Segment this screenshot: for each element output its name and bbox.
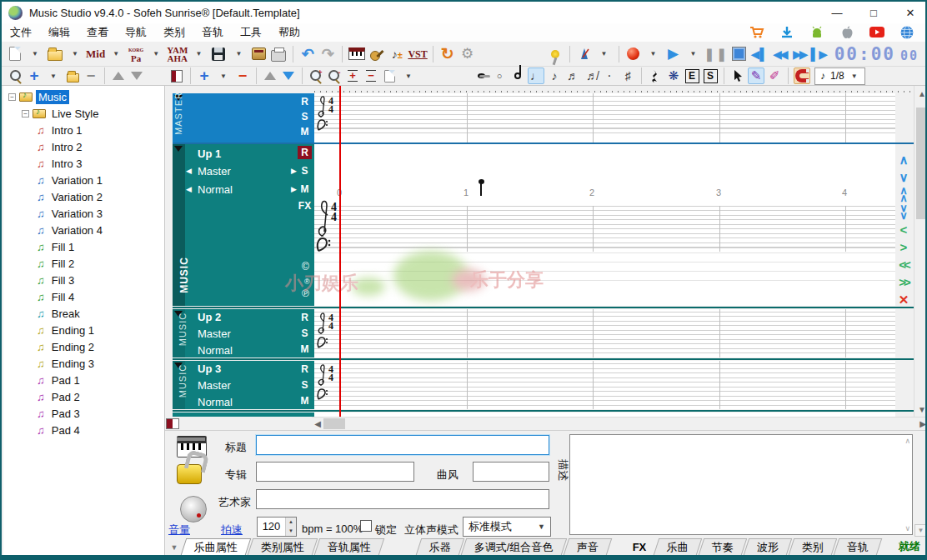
track-bus[interactable]: ◀Master▶	[198, 165, 231, 178]
tab-track-properties[interactable]: 音轨属性	[314, 538, 384, 555]
menu-category[interactable]: 类别	[155, 23, 193, 42]
guitar-button[interactable]	[368, 44, 386, 64]
add-category-button[interactable]: +	[26, 68, 43, 84]
shop-cart-icon[interactable]	[749, 25, 765, 40]
stop-button[interactable]	[730, 44, 749, 64]
delete-button[interactable]: ✕	[899, 292, 909, 309]
whole-note-button[interactable]: ○	[491, 68, 508, 84]
master-staff-lane[interactable]: 44	[314, 93, 895, 142]
scroll-left-arrow[interactable]: ◀	[312, 418, 323, 430]
scroll-down-arrow[interactable]: ▼	[914, 402, 927, 417]
view-options-button[interactable]	[381, 68, 398, 84]
description-textarea[interactable]: ∧ ∨	[569, 434, 913, 535]
thirtysecond-note-button[interactable]: ♬̸	[583, 68, 599, 84]
apple-icon[interactable]	[839, 25, 855, 40]
view-options-dropdown[interactable]: ▼	[399, 66, 418, 86]
tree-item[interactable]: ♫Fill 4	[3, 288, 164, 305]
yamaha-dropdown[interactable]: ▼	[189, 44, 208, 64]
web-globe-icon[interactable]	[899, 25, 915, 40]
tab-category[interactable]: 类别	[789, 538, 837, 555]
tree-item[interactable]: ♫Variation 3	[3, 205, 164, 222]
record-button[interactable]	[624, 44, 643, 64]
midi-import-button[interactable]: Mid	[86, 44, 105, 64]
move-up-button[interactable]	[110, 68, 127, 84]
pencil-tool-button[interactable]: ✎	[748, 68, 764, 84]
track-bus[interactable]: Master	[198, 328, 231, 340]
tempo-value[interactable]: 120	[258, 518, 285, 536]
up2-record-button[interactable]: R	[298, 311, 312, 324]
print-button[interactable]	[269, 44, 288, 64]
up1-solo-button[interactable]: S	[298, 164, 312, 178]
left-arrow-icon[interactable]: ◀	[186, 185, 192, 193]
up3-track-header[interactable]: MUSIC Up 3 Master Normal R S M	[173, 361, 314, 409]
menu-view[interactable]: 查看	[78, 23, 117, 42]
jump-down-button[interactable]: ∨∨	[899, 204, 908, 222]
copyright-badge[interactable]: ©	[302, 261, 309, 272]
tab-sound[interactable]: 声音	[563, 538, 611, 555]
master-mute-button[interactable]: M	[298, 125, 312, 138]
lock-checkbox[interactable]	[360, 520, 372, 532]
scroll-right-arrow[interactable]: ▶	[917, 418, 927, 430]
drum-machine-button[interactable]	[249, 44, 268, 64]
track-bus[interactable]: Master	[198, 379, 231, 392]
up3-record-button[interactable]: R	[298, 362, 312, 376]
tree-item[interactable]: ♫Ending 3	[3, 355, 164, 372]
sharp-button[interactable]: ♯	[619, 68, 636, 84]
tree-item[interactable]: ♫Intro 2	[3, 138, 164, 155]
korg-dropdown[interactable]: ▼	[147, 44, 165, 64]
yamaha-button[interactable]: YAMAHA	[167, 44, 188, 64]
stereo-mode-select[interactable]: 标准模式 ▼	[463, 517, 551, 537]
menu-navigate[interactable]: 导航	[117, 23, 155, 42]
redo-button[interactable]: ↷	[318, 44, 337, 64]
registered-badge[interactable]: ®	[304, 278, 310, 286]
tree-group-row[interactable]: − Live Style	[3, 105, 164, 122]
add-folder-button[interactable]	[64, 68, 81, 84]
playhead[interactable]	[339, 86, 341, 417]
maximize-button[interactable]: □	[855, 2, 892, 23]
sixteenth-note-button[interactable]: ♬	[564, 68, 581, 84]
add-category-dropdown[interactable]: ▼	[44, 66, 63, 86]
minimize-button[interactable]: —	[819, 2, 855, 23]
volume-knob[interactable]	[180, 496, 207, 522]
note-event[interactable]	[479, 179, 484, 184]
master-solo-button[interactable]: S	[298, 110, 312, 123]
step-forward-button[interactable]: ▌▶	[810, 44, 829, 64]
tree-item[interactable]: ♫Break	[3, 305, 164, 322]
metronome-dropdown[interactable]: ▼	[595, 44, 614, 64]
vertical-scroll-thumb[interactable]	[916, 108, 927, 219]
close-button[interactable]: ✕	[892, 2, 927, 23]
zoom-in-button[interactable]: +	[308, 68, 324, 84]
track-down-button[interactable]	[280, 68, 297, 84]
mic-record-button[interactable]	[546, 44, 564, 64]
tempo-down-button[interactable]: ▼	[286, 527, 296, 536]
unlocked-padlock-icon[interactable]	[177, 464, 202, 484]
master-record-button[interactable]: R	[298, 95, 312, 108]
download-icon[interactable]	[779, 25, 795, 40]
track-name[interactable]: Up 2	[198, 311, 221, 323]
tree-item[interactable]: ♫Ending 1	[3, 322, 164, 338]
save-button[interactable]	[209, 44, 228, 64]
youtube-icon[interactable]	[869, 25, 885, 40]
tab-category-properties[interactable]: 类别属性	[248, 538, 318, 555]
track-separator[interactable]	[173, 142, 914, 144]
add-track-dropdown[interactable]: ▼	[214, 66, 233, 86]
play-dropdown[interactable]: ▼	[684, 44, 703, 64]
track-mode[interactable]: Normal	[198, 344, 233, 357]
phonogram-badge[interactable]: ℗	[302, 288, 309, 299]
menu-track[interactable]: 音轨	[193, 23, 232, 42]
tab-fx[interactable]: FX	[624, 538, 655, 555]
tree-root-label[interactable]: Music	[36, 90, 69, 104]
tree-item[interactable]: ♫Pad 1	[3, 372, 164, 388]
tuplet-button[interactable]: ❋	[665, 68, 682, 84]
midi-dropdown[interactable]: ▼	[107, 44, 125, 64]
edit-mode-button[interactable]: E	[684, 68, 700, 84]
metronome-button[interactable]	[575, 44, 594, 64]
menu-edit[interactable]: 编辑	[40, 23, 78, 42]
tree-item[interactable]: ♫Variation 1	[3, 172, 164, 188]
move-down-button[interactable]	[128, 68, 145, 84]
tab-rhythm[interactable]: 节奏	[699, 538, 747, 555]
record-dropdown[interactable]: ▼	[644, 44, 663, 64]
remove-category-button[interactable]: −	[83, 68, 99, 84]
volume-link[interactable]: 音量	[168, 522, 190, 538]
tab-song-properties[interactable]: 乐曲属性	[181, 538, 251, 555]
